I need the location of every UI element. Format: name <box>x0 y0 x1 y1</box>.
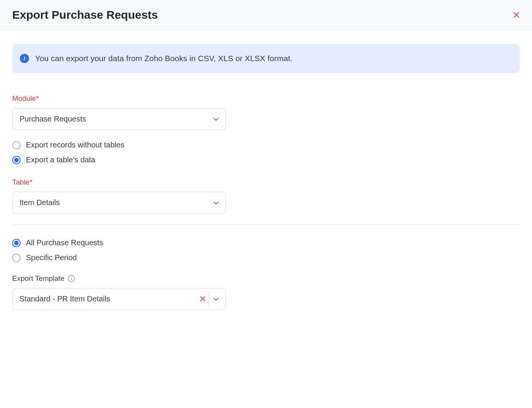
module-section: Module* Purchase Requests Export records… <box>12 94 520 164</box>
scope-radio-group: All Purchase Requests Specific Period <box>12 238 520 262</box>
dialog-content: i You can export your data from Zoho Boo… <box>0 30 532 310</box>
export-template-select-wrap: Standard - PR Item Details <box>12 288 226 310</box>
clear-icon[interactable] <box>198 293 207 305</box>
info-banner-text: You can export your data from Zoho Books… <box>35 54 292 63</box>
radio-label: All Purchase Requests <box>26 238 103 247</box>
export-template-label-text: Export Template <box>12 274 64 283</box>
svg-point-4 <box>71 277 72 277</box>
page-title: Export Purchase Requests <box>12 8 158 21</box>
radio-label: Export records without tables <box>26 141 124 149</box>
table-select-value: Item Details <box>19 198 60 207</box>
radio-icon <box>12 239 21 247</box>
module-select[interactable]: Purchase Requests <box>12 108 226 130</box>
module-label: Module* <box>12 94 520 103</box>
table-section: Table* Item Details <box>12 178 520 214</box>
dialog-header: Export Purchase Requests <box>0 0 532 30</box>
table-select-wrap: Item Details <box>12 192 226 214</box>
radio-icon <box>12 141 21 149</box>
radio-label: Export a table's data <box>26 155 95 164</box>
select-divider <box>209 292 209 306</box>
export-template-section: Export Template Standard - PR Item Detai… <box>12 274 520 310</box>
radio-icon <box>12 254 21 262</box>
export-mode-radio-group: Export records without tables Export a t… <box>12 141 520 164</box>
radio-export-without-tables[interactable]: Export records without tables <box>12 141 520 149</box>
export-template-value: Standard - PR Item Details <box>19 295 110 303</box>
help-icon[interactable] <box>68 275 75 282</box>
table-label: Table* <box>12 178 520 186</box>
module-select-value: Purchase Requests <box>19 115 86 123</box>
info-banner: i You can export your data from Zoho Boo… <box>12 44 520 73</box>
radio-label: Specific Period <box>26 253 77 262</box>
radio-icon <box>12 156 21 164</box>
export-template-select[interactable]: Standard - PR Item Details <box>12 288 226 310</box>
info-icon: i <box>20 54 29 63</box>
radio-all-purchase-requests[interactable]: All Purchase Requests <box>12 238 520 247</box>
divider <box>12 224 520 225</box>
radio-export-table-data[interactable]: Export a table's data <box>12 155 520 164</box>
export-template-label: Export Template <box>12 274 520 283</box>
table-select[interactable]: Item Details <box>12 192 226 214</box>
close-icon <box>513 9 520 21</box>
close-button[interactable] <box>513 10 520 20</box>
module-select-wrap: Purchase Requests <box>12 108 226 130</box>
radio-specific-period[interactable]: Specific Period <box>12 253 520 262</box>
